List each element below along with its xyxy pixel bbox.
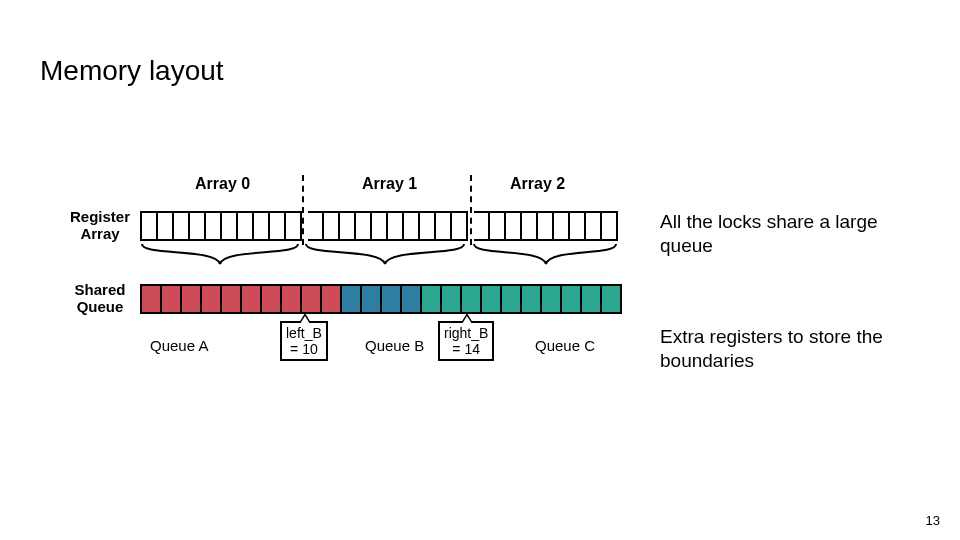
register-cell — [206, 211, 222, 241]
register-array-row: Register Array — [60, 209, 640, 242]
register-cell — [222, 211, 238, 241]
shared-queue-cell — [602, 284, 622, 314]
register-cell — [436, 211, 452, 241]
shared-queue-bottom-labels: Queue A left_B = 10 Queue B right_B = 14… — [140, 315, 640, 371]
register-array-braces — [140, 242, 640, 272]
shared-queue-cell — [282, 284, 302, 314]
left-b-register-box: left_B = 10 — [280, 321, 328, 361]
shared-queue-cells — [140, 284, 622, 314]
shared-queue-cell — [162, 284, 182, 314]
shared-queue-cell — [582, 284, 602, 314]
register-cell — [308, 211, 324, 241]
shared-queue-cell — [542, 284, 562, 314]
register-cell — [420, 211, 436, 241]
shared-queue-cell — [322, 284, 342, 314]
register-cell — [506, 211, 522, 241]
shared-queue-cell — [442, 284, 462, 314]
note-shared-queue: All the locks share a large queue — [660, 210, 910, 258]
register-cell — [372, 211, 388, 241]
brace-icons — [140, 242, 620, 272]
register-cell — [324, 211, 340, 241]
memory-layout-diagram: Array 0 Array 1 Array 2 Register Array S… — [60, 175, 640, 371]
shared-queue-cell — [462, 284, 482, 314]
register-cell — [404, 211, 420, 241]
register-cell — [586, 211, 602, 241]
shared-queue-cell — [562, 284, 582, 314]
register-cell — [158, 211, 174, 241]
shared-queue-cell — [362, 284, 382, 314]
array-1-label: Array 1 — [362, 175, 417, 193]
register-cell — [388, 211, 404, 241]
register-cell — [238, 211, 254, 241]
queue-c-label: Queue C — [535, 337, 595, 354]
page-title: Memory layout — [40, 55, 224, 87]
register-cell — [490, 211, 506, 241]
shared-queue-cell — [182, 284, 202, 314]
shared-queue-cell — [522, 284, 542, 314]
shared-queue-cell — [402, 284, 422, 314]
shared-queue-cell — [302, 284, 322, 314]
register-cell — [286, 211, 302, 241]
queue-b-label: Queue B — [365, 337, 424, 354]
register-cell — [270, 211, 286, 241]
register-cell — [474, 211, 490, 241]
register-cell — [174, 211, 190, 241]
register-cell — [602, 211, 618, 241]
shared-queue-cell — [142, 284, 162, 314]
shared-queue-cell — [502, 284, 522, 314]
shared-queue-cell — [422, 284, 442, 314]
register-cell — [554, 211, 570, 241]
register-cell — [190, 211, 206, 241]
shared-queue-row: Shared Queue — [60, 282, 640, 315]
register-array-caption: Register Array — [60, 209, 140, 242]
queue-a-label: Queue A — [150, 337, 208, 354]
register-cell — [356, 211, 372, 241]
shared-queue-cell — [482, 284, 502, 314]
register-cell — [254, 211, 270, 241]
shared-queue-cell — [242, 284, 262, 314]
register-cell — [538, 211, 554, 241]
register-array-cells — [140, 211, 618, 241]
note-boundaries: Extra registers to store the boundaries — [660, 325, 910, 373]
shared-queue-cell — [202, 284, 222, 314]
register-cell — [452, 211, 468, 241]
array-2-label: Array 2 — [510, 175, 565, 193]
register-cell — [142, 211, 158, 241]
shared-queue-caption: Shared Queue — [60, 282, 140, 315]
register-cell — [340, 211, 356, 241]
shared-queue-cell — [382, 284, 402, 314]
register-cell — [522, 211, 538, 241]
array-0-label: Array 0 — [195, 175, 250, 193]
shared-queue-cell — [262, 284, 282, 314]
right-b-register-box: right_B = 14 — [438, 321, 494, 361]
register-array-group-labels: Array 0 Array 1 Array 2 — [140, 175, 640, 203]
shared-queue-cell — [342, 284, 362, 314]
page-number: 13 — [926, 513, 940, 528]
shared-queue-cell — [222, 284, 242, 314]
register-cell — [570, 211, 586, 241]
